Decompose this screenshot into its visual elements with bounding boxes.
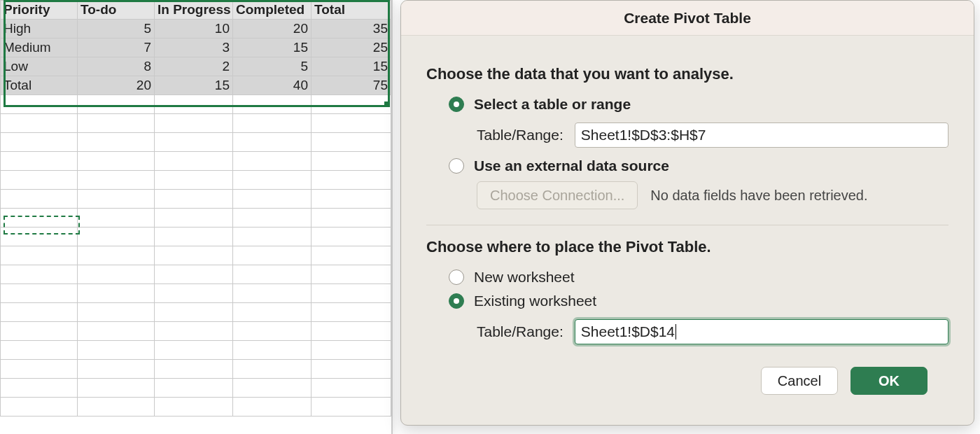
cell[interactable]: 35 <box>312 20 391 38</box>
table-row: High 5 10 20 35 <box>1 20 391 38</box>
cell[interactable]: 15 <box>312 57 391 76</box>
cell[interactable]: 40 <box>233 76 312 95</box>
range-picker-icon[interactable] <box>931 129 944 141</box>
table-header-row: Priority To-do In Progress Completed Tot… <box>1 1 391 20</box>
cell[interactable]: 10 <box>155 20 233 38</box>
row-label[interactable]: Medium <box>1 38 78 57</box>
cell[interactable]: 15 <box>233 38 312 57</box>
cell[interactable]: 8 <box>78 57 155 76</box>
row-label[interactable]: Total <box>1 76 78 95</box>
table-row: Medium 7 3 15 25 <box>1 38 391 57</box>
radio-external-source[interactable] <box>449 158 464 174</box>
cancel-button[interactable]: Cancel <box>761 367 838 395</box>
section-heading-placement: Choose where to place the Pivot Table. <box>426 238 948 256</box>
option-existing-worksheet[interactable]: Existing worksheet <box>449 293 948 309</box>
col-header[interactable]: In Progress <box>155 1 233 20</box>
destination-range-label: Table/Range: <box>477 323 564 340</box>
option-external-source[interactable]: Use an external data source <box>449 158 948 174</box>
section-heading-data: Choose the data that you want to analyse… <box>426 65 948 83</box>
destination-range-value: Sheet1!$D$14 <box>581 323 675 340</box>
row-label[interactable]: High <box>1 20 78 38</box>
destination-range-input[interactable]: Sheet1!$D$14 <box>575 319 948 344</box>
col-header[interactable]: Completed <box>233 1 312 20</box>
cell[interactable]: 3 <box>155 38 233 57</box>
radio-new-worksheet[interactable] <box>449 270 464 285</box>
option-label: Select a table or range <box>474 96 631 113</box>
table-range-label: Table/Range: <box>477 127 564 144</box>
cell[interactable]: 5 <box>233 57 312 76</box>
cell[interactable]: 5 <box>78 20 155 38</box>
cell[interactable]: 15 <box>155 76 233 95</box>
radio-select-range[interactable] <box>449 97 464 112</box>
option-label: Use an external data source <box>474 158 669 174</box>
range-picker-icon[interactable] <box>931 326 944 338</box>
spreadsheet-grid[interactable]: Priority To-do In Progress Completed Tot… <box>0 0 391 416</box>
ok-button[interactable]: OK <box>850 367 927 395</box>
col-header[interactable]: Total <box>312 1 391 20</box>
cell[interactable]: 2 <box>155 57 233 76</box>
col-header[interactable]: To-do <box>78 1 155 20</box>
create-pivot-table-dialog: Create Pivot Table Choose the data that … <box>400 0 974 426</box>
option-label: New worksheet <box>474 269 575 286</box>
row-label[interactable]: Low <box>1 57 78 76</box>
cell[interactable]: 7 <box>78 38 155 57</box>
option-new-worksheet[interactable]: New worksheet <box>449 269 948 286</box>
table-row: Total 20 15 40 75 <box>1 76 391 95</box>
text-caret <box>676 324 676 340</box>
option-select-range[interactable]: Select a table or range <box>449 96 948 113</box>
col-header[interactable]: Priority <box>1 1 78 20</box>
spreadsheet-pane[interactable]: Priority To-do In Progress Completed Tot… <box>0 0 393 434</box>
radio-existing-worksheet[interactable] <box>449 293 464 309</box>
cell[interactable]: 25 <box>312 38 391 57</box>
table-range-input[interactable]: Sheet1!$D$3:$H$7 <box>575 122 948 148</box>
option-label: Existing worksheet <box>474 293 596 309</box>
no-data-note: No data fields have been retrieved. <box>650 188 867 204</box>
choose-connection-button: Choose Connection... <box>477 181 638 209</box>
divider <box>426 225 948 225</box>
cell[interactable]: 20 <box>78 76 155 95</box>
cell[interactable]: 20 <box>233 20 312 38</box>
dialog-title: Create Pivot Table <box>401 1 974 36</box>
table-row: Low 8 2 5 15 <box>1 57 391 76</box>
table-range-value: Sheet1!$D$3:$H$7 <box>581 127 706 144</box>
cell[interactable]: 75 <box>312 76 391 95</box>
